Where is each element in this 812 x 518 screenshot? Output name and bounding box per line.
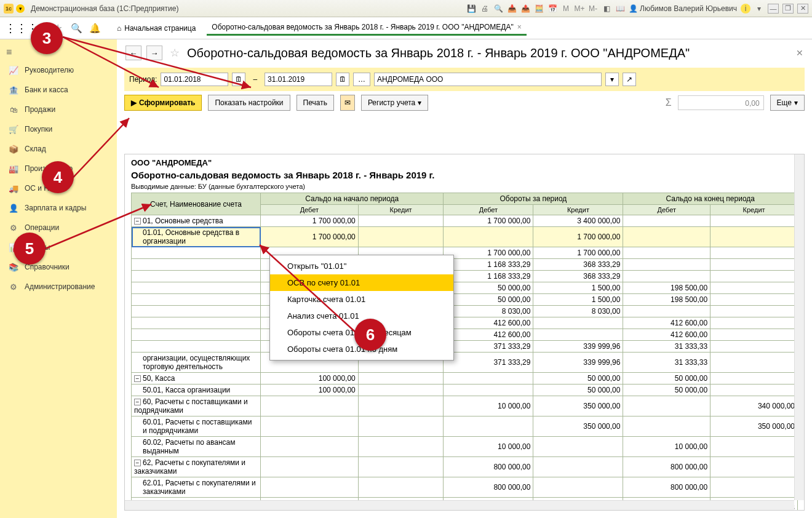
document-tab-close-icon[interactable]: ×	[517, 23, 522, 31]
date-to-calendar-icon[interactable]: 🗓	[336, 73, 349, 86]
print-icon[interactable]: 🖨	[480, 4, 490, 14]
restore-button[interactable]: ❐	[782, 4, 794, 14]
scrollbar-horizontal[interactable]	[125, 500, 794, 510]
table-row[interactable]: 50 000,001 500,00198 500,00	[132, 282, 798, 294]
th-turn: Обороты за период	[444, 193, 623, 205]
sidebar-item-4[interactable]: 📦Склад	[0, 139, 117, 159]
table-row[interactable]: 371 333,29339 999,9631 333,33	[132, 341, 798, 353]
sidebar-item-label: Администрирование	[25, 282, 95, 291]
user-badge[interactable]: 👤 Любимов Валерий Юрьевич	[629, 4, 737, 13]
calendar-icon[interactable]: 📅	[547, 4, 557, 14]
tree-toggle-icon[interactable]: −	[134, 399, 141, 405]
table-row[interactable]: 800 000,001 168 333,29368 333,29	[132, 259, 798, 271]
sum-field[interactable]: 0,00	[678, 95, 764, 110]
mem-m-icon[interactable]: M	[561, 4, 571, 14]
sidebar-item-2[interactable]: 🛍Продажи	[0, 100, 117, 119]
table-row[interactable]: −60, Расчеты с поставщиками и подрядчика…	[132, 396, 798, 416]
date-to-input[interactable]	[265, 73, 332, 86]
forward-button[interactable]: →	[146, 46, 162, 60]
table-row[interactable]: 01.01, Основные средства в организации1 …	[132, 227, 798, 247]
search-icon[interactable]: 🔍	[71, 23, 81, 33]
table-row[interactable]: 60.01, Расчеты с поставщиками и подрядчи…	[132, 416, 798, 437]
date-from-calendar-icon[interactable]: 🗓	[232, 73, 245, 86]
th-end: Сальдо на конец периода	[623, 193, 798, 205]
table-row[interactable]: −01, Основные средства1 700 000,001 700 …	[132, 215, 798, 227]
print-button[interactable]: Печать	[297, 95, 334, 111]
sidebar-item-label: Продажи	[25, 105, 55, 114]
tree-toggle-icon[interactable]: −	[134, 375, 141, 382]
body: ≡ 📈Руководителю🏦Банк и касса🛍Продажи🛒Пок…	[0, 39, 812, 518]
sidebar-item-10[interactable]: 📚Справочники	[0, 257, 117, 277]
table-row[interactable]: 50 000,001 500,00198 500,00	[132, 294, 798, 306]
generate-label: Сформировать	[139, 98, 195, 107]
panel-icon[interactable]: ◧	[602, 4, 611, 14]
tree-toggle-icon[interactable]: −	[134, 218, 141, 225]
settings-button[interactable]: Показать настройки	[208, 95, 290, 111]
home-icon: ⌂	[117, 24, 121, 33]
book-icon[interactable]: 📖	[615, 4, 625, 14]
organization-dropdown-icon[interactable]: ▾	[605, 73, 619, 86]
bell-icon[interactable]: 🔔	[90, 23, 100, 33]
report-area[interactable]: ООО "АНДРОМЕДА" Оборотно-сальдовая ведом…	[124, 154, 805, 511]
sidebar-item-3[interactable]: 🛒Покупки	[0, 119, 117, 139]
favorite-icon[interactable]: ☆	[170, 46, 180, 60]
scrollbar-vertical[interactable]	[794, 154, 804, 500]
info-icon[interactable]: i	[741, 4, 750, 14]
period-picker-button[interactable]: …	[353, 73, 370, 86]
bank-icon: 🏦	[9, 85, 18, 95]
organization-open-icon[interactable]: ↗	[623, 73, 636, 86]
more-button[interactable]: Еще ▾	[770, 95, 805, 111]
save-icon[interactable]: 💾	[466, 4, 476, 14]
table-row[interactable]: 62.01, Расчеты с покупателями и заказчик…	[132, 477, 798, 498]
document-tabs: ⌂ Начальная страница Оборотно-сальдовая …	[112, 20, 527, 36]
person-icon: 👤	[9, 203, 18, 213]
document-header: ← → ☆ Оборотно-сальдовая ведомость за Ян…	[117, 39, 812, 64]
tree-toggle-icon[interactable]: −	[134, 460, 141, 466]
sidebar-item-11[interactable]: ⚙Администрирование	[0, 277, 117, 297]
mail-button[interactable]: ✉	[340, 95, 355, 111]
date-from-input[interactable]	[161, 73, 228, 86]
context-menu-item-2[interactable]: Карточка счета 01.01	[270, 291, 453, 308]
table-row[interactable]: −62, Расчеты с покупателями и заказчикам…	[132, 457, 798, 477]
close-button[interactable]: ✕	[797, 4, 808, 14]
sigma-icon[interactable]: Σ	[666, 97, 672, 108]
table-row[interactable]: организации, осуществляющих торговую дея…	[132, 353, 798, 373]
doc-in-icon[interactable]: 📥	[507, 4, 517, 14]
table-row[interactable]: 60.02, Расчеты по авансам выданным10 000…	[132, 437, 798, 457]
app-logo-icon: 1c	[4, 4, 14, 14]
document-title: Оборотно-сальдовая ведомость за Январь 2…	[187, 46, 690, 60]
table-row[interactable]: 8 030,008 030,00	[132, 306, 798, 317]
back-button[interactable]: ←	[125, 46, 141, 60]
sidebar-item-label: Зарплата и кадры	[25, 204, 86, 212]
dropdown-icon[interactable]: ▾	[754, 4, 764, 14]
sidebar-item-0[interactable]: 📈Руководителю	[0, 60, 117, 80]
close-doc-button[interactable]: ✕	[796, 48, 803, 58]
minimize-button[interactable]: —	[768, 4, 779, 14]
mem-mplus-icon[interactable]: M+	[575, 4, 584, 14]
sidebar-item-label: Покупки	[25, 125, 52, 133]
register-button[interactable]: Регистр учета ▾	[361, 95, 428, 111]
generate-button[interactable]: ▶ Сформировать	[124, 95, 202, 111]
table-row[interactable]: 412 600,00412 600,00	[132, 317, 798, 329]
home-tab[interactable]: ⌂ Начальная страница	[112, 22, 201, 35]
organization-input[interactable]	[374, 73, 602, 86]
calculator-icon[interactable]: 🧮	[534, 4, 544, 14]
callout-4: 4	[42, 161, 74, 193]
doc-out-icon[interactable]: 📤	[520, 4, 530, 14]
sidebar-item-7[interactable]: 👤Зарплата и кадры	[0, 198, 117, 218]
mem-mminus-icon[interactable]: M-	[588, 4, 598, 14]
document-tab[interactable]: Оборотно-сальдовая ведомость за Январь 2…	[207, 20, 526, 36]
table-row[interactable]: 50.01, Касса организации100 000,0050 000…	[132, 385, 798, 396]
preview-icon[interactable]: 🔍	[493, 4, 503, 14]
main-panel: ← → ☆ Оборотно-сальдовая ведомость за Ян…	[117, 39, 812, 518]
sidebar-item-1[interactable]: 🏦Банк и касса	[0, 80, 117, 100]
table-row[interactable]: 412 600,00412 600,00	[132, 329, 798, 341]
table-row[interactable]: −50, Касса100 000,0050 000,0050 000,00	[132, 373, 798, 385]
table-row[interactable]: 800 000,001 168 333,29368 333,29	[132, 271, 798, 282]
document-tab-label: Оборотно-сальдовая ведомость за Январь 2…	[212, 23, 513, 31]
context-menu-item-1[interactable]: ОСВ по счету 01.01	[270, 274, 453, 291]
context-menu-item-0[interactable]: Открыть "01.01"	[270, 258, 453, 274]
table-row[interactable]: 1 700 000,001 700 000,00	[132, 247, 798, 259]
sidebar-item-8[interactable]: ⚙Операции	[0, 218, 117, 237]
nav-down-icon[interactable]: ▾	[16, 4, 25, 13]
